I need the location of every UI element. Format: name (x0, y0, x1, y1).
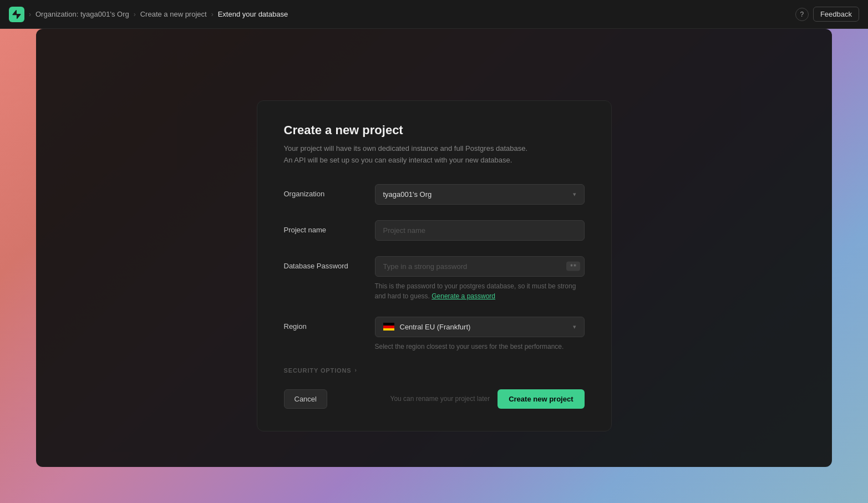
form-card: Create a new project Your project will h… (257, 100, 612, 431)
security-options-toggle[interactable]: SECURITY OPTIONS › (284, 367, 585, 374)
password-hint: This is the password to your postgres da… (375, 281, 585, 301)
region-row: Region Central EU (Frankfurt) ▾ Select t… (284, 317, 585, 352)
footer-right: You can rename your project later Create… (390, 389, 585, 409)
form-subtitle: Your project will have its own dedicated… (284, 143, 585, 166)
region-hint: Select the region closest to your users … (375, 342, 585, 352)
region-label: Region (284, 317, 362, 331)
form-title: Create a new project (284, 123, 585, 138)
help-icon[interactable]: ? (795, 8, 809, 21)
region-value: Central EU (Frankfurt) (400, 323, 471, 331)
generate-password-link[interactable]: Generate a password (432, 292, 495, 300)
breadcrumb-extend[interactable]: Extend your database (218, 10, 288, 18)
project-name-label: Project name (284, 220, 362, 234)
region-select[interactable]: Central EU (Frankfurt) ▾ (375, 317, 585, 337)
password-toggle-button[interactable]: ** (566, 262, 580, 271)
password-input[interactable] (375, 256, 585, 277)
database-password-control: ** This is the password to your postgres… (375, 256, 585, 301)
password-wrapper: ** (375, 256, 585, 277)
breadcrumb-create[interactable]: Create a new project (140, 10, 207, 18)
organization-row: Organization tyaga001's Org ▾ (284, 184, 585, 205)
germany-flag-icon (383, 323, 394, 331)
region-chevron-icon: ▾ (573, 323, 576, 331)
rename-hint: You can rename your project later (390, 395, 490, 403)
organization-value: tyaga001's Org (383, 190, 432, 199)
database-password-row: Database Password ** This is the passwor… (284, 256, 585, 301)
database-password-label: Database Password (284, 256, 362, 270)
organization-chevron-icon: ▾ (573, 191, 576, 198)
main-area: Create a new project Your project will h… (0, 29, 868, 503)
project-name-control (375, 220, 585, 241)
region-control: Central EU (Frankfurt) ▾ Select the regi… (375, 317, 585, 352)
create-project-button[interactable]: Create new project (498, 389, 584, 409)
project-name-row: Project name (284, 220, 585, 241)
cancel-button[interactable]: Cancel (284, 389, 327, 409)
navbar: › Organization: tyaga001's Org › Create … (0, 0, 868, 29)
security-options-chevron-icon: › (355, 367, 357, 373)
organization-control: tyaga001's Org ▾ (375, 184, 585, 205)
security-options-section: SECURITY OPTIONS › (284, 367, 585, 374)
breadcrumb-chevron-2: › (134, 11, 136, 18)
organization-select[interactable]: tyaga001's Org ▾ (375, 184, 585, 205)
form-footer: Cancel You can rename your project later… (284, 389, 585, 409)
organization-label: Organization (284, 184, 362, 198)
project-name-input[interactable] (375, 220, 585, 241)
breadcrumb-org[interactable]: Organization: tyaga001's Org (35, 10, 129, 18)
breadcrumb-chevron-3: › (211, 11, 214, 18)
breadcrumb-chevron-1: › (29, 11, 31, 18)
security-options-label: SECURITY OPTIONS (284, 367, 352, 374)
feedback-button[interactable]: Feedback (813, 7, 859, 22)
logo[interactable] (9, 7, 24, 22)
region-inner: Central EU (Frankfurt) (383, 323, 471, 331)
